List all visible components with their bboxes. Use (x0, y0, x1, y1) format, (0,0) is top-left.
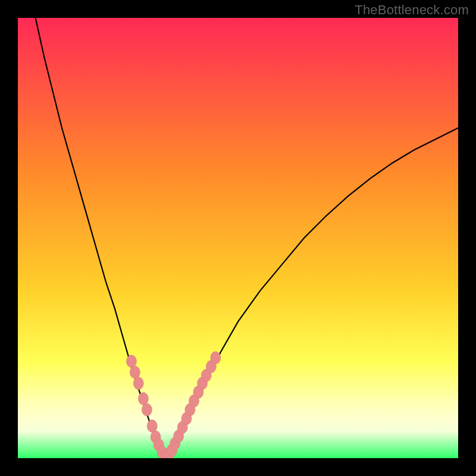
curve-marker (138, 393, 148, 405)
watermark-text: TheBottleneck.com (355, 2, 469, 18)
bottleneck-chart (18, 18, 458, 458)
gradient-background (18, 18, 458, 458)
plot-area (18, 18, 458, 458)
curve-marker (130, 366, 140, 378)
curve-marker (133, 377, 143, 390)
curve-marker (147, 419, 157, 432)
curve-marker (142, 403, 152, 416)
curve-marker (126, 355, 136, 368)
chart-frame: TheBottleneck.com (0, 0, 476, 476)
curve-marker (211, 352, 221, 364)
